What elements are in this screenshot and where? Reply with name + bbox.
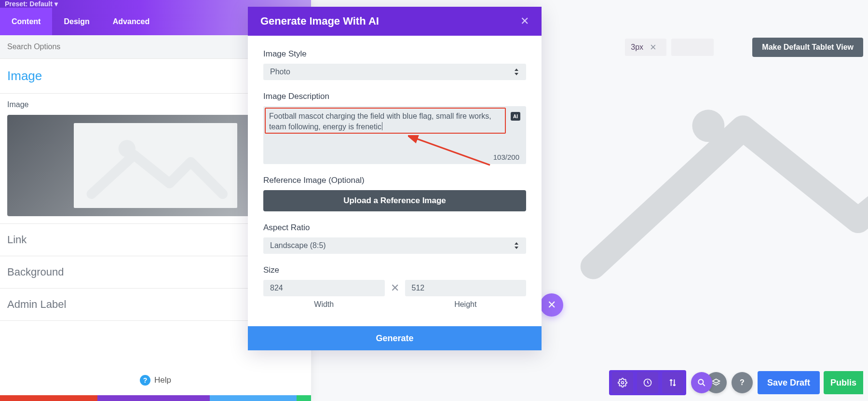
history-clock-icon[interactable]	[637, 372, 658, 393]
footer-slot-back[interactable]	[97, 395, 210, 401]
settings-gear-icon[interactable]	[612, 372, 633, 393]
generate-button[interactable]: Generate	[248, 326, 542, 350]
size-row: Width ✕ Height	[263, 280, 526, 309]
char-count: 103/200	[493, 153, 519, 161]
modal-close-icon[interactable]: ✕	[520, 15, 529, 28]
aspect-ratio-select[interactable]: Landscape (8:5)	[263, 237, 526, 254]
dimension-clear-icon[interactable]: ×	[650, 41, 656, 54]
svg-point-1	[621, 382, 624, 384]
publish-button[interactable]: Publis	[824, 371, 863, 394]
width-input[interactable]	[263, 280, 385, 296]
panel-footer-strip	[0, 395, 311, 401]
dimension-value: 3px	[631, 43, 643, 52]
select-caret-icon	[515, 242, 519, 249]
height-input[interactable]	[405, 280, 527, 296]
image-style-label: Image Style	[263, 49, 526, 59]
width-caption: Width	[314, 300, 334, 309]
generate-image-ai-modal: Generate Image With AI ✕ Image Style Pho…	[248, 7, 542, 350]
dimension-empty-box[interactable]	[671, 39, 714, 56]
image-description-wrapper: Football mascot charging the field with …	[263, 106, 526, 164]
height-caption: Height	[454, 300, 476, 309]
help-label: Help	[154, 375, 171, 385]
footer-slot-cancel[interactable]	[0, 395, 97, 401]
builder-icon-group	[609, 370, 686, 395]
image-style-value: Photo	[270, 68, 290, 76]
make-default-tablet-view-button[interactable]: Make Default Tablet View	[752, 38, 863, 57]
tab-advanced[interactable]: Advanced	[101, 8, 161, 35]
tab-content[interactable]: Content	[0, 8, 52, 35]
help-question-icon[interactable]: ?	[732, 372, 753, 393]
image-description-text: Football mascot charging the field with …	[269, 111, 502, 132]
reference-image-label: Reference Image (Optional)	[263, 176, 526, 185]
select-caret-icon	[515, 69, 519, 75]
svg-point-3	[698, 379, 703, 384]
image-placeholder-icon	[74, 123, 237, 208]
upload-reference-button[interactable]: Upload a Reference Image	[263, 190, 526, 211]
canvas-top-toolbar: 3px × Make Default Tablet View	[625, 38, 868, 57]
footer-slot-save[interactable]	[297, 395, 311, 401]
size-times-icon: ✕	[391, 282, 399, 294]
close-icon: ✕	[547, 299, 556, 311]
footer-slot-forward[interactable]	[210, 395, 297, 401]
help-icon: ?	[140, 375, 150, 386]
sort-arrows-icon[interactable]	[662, 372, 683, 393]
size-label: Size	[263, 265, 526, 275]
aspect-ratio-label: Aspect Ratio	[263, 223, 526, 233]
image-description-label: Image Description	[263, 92, 526, 101]
save-draft-button[interactable]: Save Draft	[758, 371, 820, 394]
dimension-value-box[interactable]: 3px ×	[625, 39, 666, 56]
panel-help-row[interactable]: ? Help	[0, 375, 311, 386]
modal-header: Generate Image With AI ✕	[248, 7, 542, 36]
zoom-search-icon[interactable]	[691, 372, 712, 393]
image-style-select[interactable]: Photo	[263, 64, 526, 80]
background-image-placeholder	[547, 82, 868, 290]
close-module-bubble[interactable]: ✕	[540, 293, 563, 317]
bottom-action-bar: ? Save Draft Publis	[609, 370, 863, 395]
svg-point-0	[692, 110, 724, 142]
modal-title: Generate Image With AI	[260, 15, 379, 28]
tab-design[interactable]: Design	[52, 8, 101, 35]
ai-badge-icon[interactable]: AI	[511, 112, 520, 121]
aspect-ratio-value: Landscape (8:5)	[270, 241, 326, 250]
